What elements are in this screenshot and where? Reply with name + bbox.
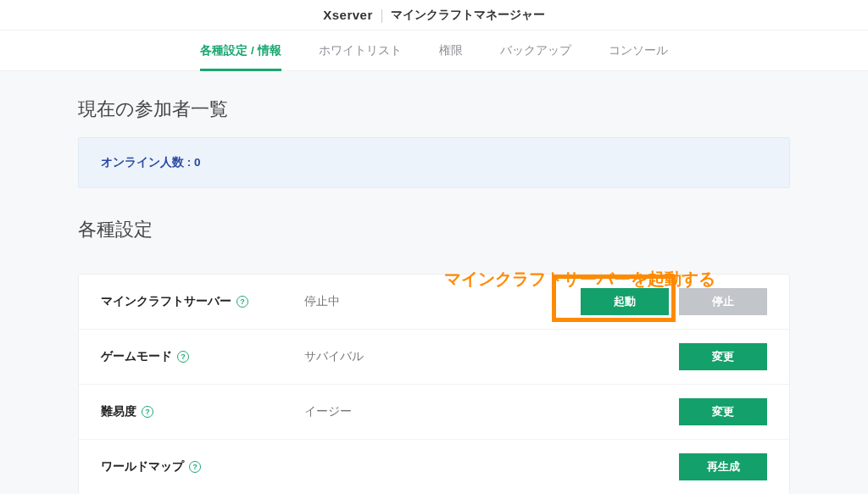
brand-logo: Xserver bbox=[323, 8, 373, 22]
settings-title: 各種設定 bbox=[78, 217, 790, 242]
help-icon[interactable]: ? bbox=[177, 351, 189, 363]
row-server-label: マインクラフトサーバー ? bbox=[101, 294, 304, 309]
row-gamemode-value: サバイバル bbox=[304, 349, 679, 364]
tab-whitelist[interactable]: ホワイトリスト bbox=[319, 31, 402, 70]
header: Xserver マインクラフトマネージャー bbox=[0, 0, 868, 31]
tab-backup[interactable]: バックアップ bbox=[500, 31, 571, 70]
online-count-box: オンライン人数 : 0 bbox=[78, 137, 790, 188]
row-server-value: 停止中 bbox=[304, 294, 581, 309]
row-gamemode: ゲームモード ? サバイバル 変更 bbox=[79, 330, 789, 385]
tab-console[interactable]: コンソール bbox=[609, 31, 668, 70]
row-difficulty: 難易度 ? イージー 変更 bbox=[79, 385, 789, 440]
regenerate-world-button[interactable]: 再生成 bbox=[679, 453, 767, 480]
row-difficulty-value: イージー bbox=[304, 404, 679, 419]
change-difficulty-button[interactable]: 変更 bbox=[679, 398, 767, 425]
help-icon[interactable]: ? bbox=[189, 461, 201, 473]
row-gamemode-label: ゲームモード ? bbox=[101, 349, 304, 364]
online-count-label: オンライン人数 : 0 bbox=[101, 156, 201, 169]
row-server: マインクラフトサーバー ? 停止中 起動 停止 bbox=[79, 275, 789, 330]
tab-bar: 各種設定 / 情報 ホワイトリスト 権限 バックアップ コンソール bbox=[0, 31, 868, 71]
participants-title: 現在の参加者一覧 bbox=[78, 97, 790, 122]
change-gamemode-button[interactable]: 変更 bbox=[679, 343, 767, 370]
settings-card: マインクラフトサーバー ? 停止中 起動 停止 ゲームモード ? サバイバル 変… bbox=[78, 274, 790, 494]
tab-settings-info[interactable]: 各種設定 / 情報 bbox=[200, 31, 281, 70]
row-worldmap: ワールドマップ ? 再生成 bbox=[79, 440, 789, 494]
brand-separator bbox=[381, 9, 382, 23]
start-button[interactable]: 起動 bbox=[581, 288, 669, 315]
help-icon[interactable]: ? bbox=[236, 296, 248, 308]
tab-permissions[interactable]: 権限 bbox=[439, 31, 463, 70]
header-subtitle: マインクラフトマネージャー bbox=[391, 8, 545, 23]
help-icon[interactable]: ? bbox=[142, 406, 153, 418]
row-worldmap-label: ワールドマップ ? bbox=[101, 459, 304, 475]
row-difficulty-label: 難易度 ? bbox=[101, 404, 304, 419]
stop-button[interactable]: 停止 bbox=[679, 288, 767, 315]
